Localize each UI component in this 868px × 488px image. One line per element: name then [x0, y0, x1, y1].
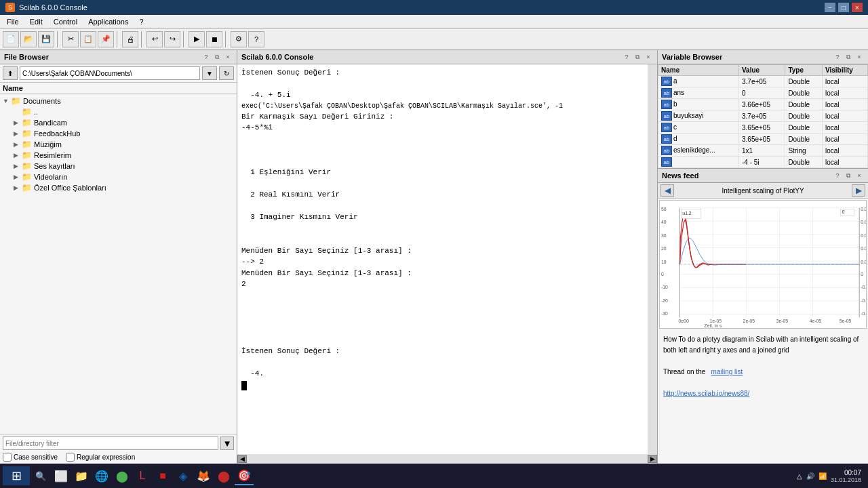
menu-file[interactable]: File: [3, 16, 23, 27]
var-name-cell: aba: [658, 76, 739, 87]
tree-node-resimlerim[interactable]: ▶ 📁 Resimlerim: [0, 150, 237, 161]
path-refresh-btn[interactable]: ↻: [219, 66, 234, 80]
console-help-btn[interactable]: ?: [622, 52, 631, 62]
filter-button[interactable]: ▼: [220, 436, 234, 450]
filter-input[interactable]: [3, 436, 218, 450]
case-sensitive-checkbox[interactable]: [3, 453, 12, 462]
close-button[interactable]: ×: [852, 3, 863, 12]
path-up-btn[interactable]: ⬆: [3, 66, 18, 80]
toolbar-run[interactable]: ▶: [189, 31, 205, 47]
variable-row[interactable]: abd 3.65e+05 Double local: [658, 134, 868, 145]
tray-volume[interactable]: 🔊: [806, 472, 814, 480]
toolbar-stop[interactable]: ⏹: [206, 31, 222, 47]
taskbar-chrome[interactable]: ⬤: [113, 466, 132, 485]
maximize-button[interactable]: □: [838, 3, 849, 12]
fb-float-btn[interactable]: ⧉: [212, 52, 222, 62]
toolbar-copy[interactable]: 📋: [80, 31, 96, 47]
taskbar-scilab[interactable]: 🎯: [235, 466, 254, 485]
console-line: İstenen Sonuç Değeri :: [241, 67, 644, 79]
variable-row[interactable]: abans 0 Double local: [658, 87, 868, 99]
taskbar-app4[interactable]: 🦊: [194, 466, 213, 485]
start-button[interactable]: ⊞: [3, 466, 30, 485]
toolbar-undo[interactable]: ↩: [146, 31, 163, 47]
regex-checkbox[interactable]: [66, 453, 75, 462]
variable-row[interactable]: ab -4 - 5i Double local: [658, 157, 868, 168]
taskbar-app1[interactable]: L: [133, 466, 152, 485]
menu-edit[interactable]: Edit: [26, 16, 47, 27]
folder-icon: 📁: [22, 150, 33, 160]
tree-node-ses[interactable]: ▶ 📁 Ses kayıtları: [0, 161, 237, 171]
variable-row[interactable]: abeslenikdege... 1x1 String local: [658, 145, 868, 157]
file-browser-controls: ? ⧉ ×: [201, 52, 233, 62]
tree-node-bandicam[interactable]: ▶ 📁 Bandicam: [0, 117, 237, 128]
toolbar-redo[interactable]: ↪: [164, 31, 180, 47]
console-line: [241, 156, 644, 167]
toolbar-cut[interactable]: ✂: [62, 31, 79, 47]
toolbar-print[interactable]: 🖨: [122, 31, 138, 47]
variable-row[interactable]: abc 3.65e+05 Double local: [658, 122, 868, 134]
toolbar-save[interactable]: 💾: [38, 31, 54, 47]
tree-node-office[interactable]: ▶ 📁 Özel Office Şablonları: [0, 182, 237, 193]
window-title: Scilab 6.0.0 Console: [19, 3, 87, 12]
vb-help-btn[interactable]: ?: [833, 52, 842, 62]
fb-close-btn[interactable]: ×: [223, 52, 233, 62]
taskbar-search-btn[interactable]: 🔍: [31, 466, 50, 485]
menu-control[interactable]: Control: [50, 16, 81, 27]
right-panels: Variable Browser ? ⧉ × Name Value Type V…: [658, 50, 868, 464]
taskbar-app5[interactable]: ⬤: [214, 466, 233, 485]
mailing-list-link[interactable]: mailing list: [711, 368, 743, 375]
svg-text:0.01: 0.01: [861, 260, 866, 264]
vb-close-btn[interactable]: ×: [854, 52, 864, 62]
svg-text:30: 30: [661, 233, 667, 238]
news-prev-btn[interactable]: ◀: [660, 184, 674, 197]
scroll-right-btn[interactable]: ▶: [648, 455, 657, 463]
taskbar-app2[interactable]: ■: [153, 466, 172, 485]
taskbar-file-explorer[interactable]: 📁: [72, 466, 91, 485]
news-next-btn[interactable]: ▶: [852, 184, 865, 197]
console-content[interactable]: İstenen Sonuç Değeri : -4. + 5.i exec('C…: [237, 64, 648, 454]
variable-row[interactable]: abbuyuksayi 3.7e+05 Double local: [658, 110, 868, 122]
tree-label: FeedbackHub: [34, 129, 81, 138]
console-cursor[interactable]: [241, 381, 247, 390]
regex-label[interactable]: Regular expression: [66, 453, 135, 462]
nf-close-btn[interactable]: ×: [854, 171, 864, 180]
toolbar-help[interactable]: ?: [248, 31, 264, 47]
taskbar-clock[interactable]: 00:07 31.01.2018: [831, 469, 861, 483]
folder-icon: 📁: [22, 172, 33, 182]
menu-applications[interactable]: Applications: [84, 16, 132, 27]
variable-row[interactable]: aba 3.7e+05 Double local: [658, 76, 868, 87]
path-go-btn[interactable]: ▼: [202, 66, 217, 80]
taskbar-task-view[interactable]: ⬜: [52, 466, 71, 485]
tree-node-videolarin[interactable]: ▶ 📁 Videoların: [0, 171, 237, 182]
minimize-button[interactable]: −: [825, 3, 835, 12]
news-article-link[interactable]: http://news.scilab.io/news88/: [663, 390, 749, 397]
menu-help[interactable]: ?: [136, 16, 148, 27]
tree-node-feedbackhub[interactable]: ▶ 📁 FeedbackHub: [0, 128, 237, 139]
filter-bar: ▼: [3, 436, 234, 450]
tray-chevron[interactable]: △: [797, 472, 802, 480]
tree-node-dotdot[interactable]: 📁 ..: [0, 106, 237, 117]
toolbar-open[interactable]: 📂: [20, 31, 37, 47]
taskbar-app3[interactable]: ◈: [174, 466, 193, 485]
path-input[interactable]: [20, 66, 200, 80]
tree-node-documents[interactable]: ▼ 📁 Documents: [0, 96, 237, 106]
console-scroll-x[interactable]: ◀ ▶: [237, 454, 657, 464]
console-scroll-y[interactable]: [648, 64, 657, 454]
file-tree[interactable]: ▼ 📁 Documents 📁 .. ▶ 📁 Bandicam ▶ 📁 Feed…: [0, 94, 237, 434]
tree-node-muzigim[interactable]: ▶ 📁 Müziğim: [0, 139, 237, 150]
fb-help-btn[interactable]: ?: [201, 52, 211, 62]
toolbar-paste[interactable]: 📌: [98, 31, 114, 47]
variable-row[interactable]: abb 3.66e+05 Double local: [658, 99, 868, 110]
case-sensitive-label[interactable]: Case sensitive: [3, 453, 58, 462]
console-line: [241, 290, 644, 302]
taskbar-edge[interactable]: 🌐: [92, 466, 111, 485]
nf-help-btn[interactable]: ?: [833, 171, 842, 180]
toolbar-new[interactable]: 📄: [3, 31, 19, 47]
scroll-left-btn[interactable]: ◀: [237, 455, 247, 463]
vb-float-btn[interactable]: ⧉: [844, 52, 853, 62]
nf-float-btn[interactable]: ⧉: [844, 171, 853, 180]
console-float-btn[interactable]: ⧉: [633, 52, 642, 62]
tray-network[interactable]: 📶: [818, 472, 827, 480]
toolbar-settings[interactable]: ⚙: [231, 31, 247, 47]
console-close-btn[interactable]: ×: [644, 52, 653, 62]
